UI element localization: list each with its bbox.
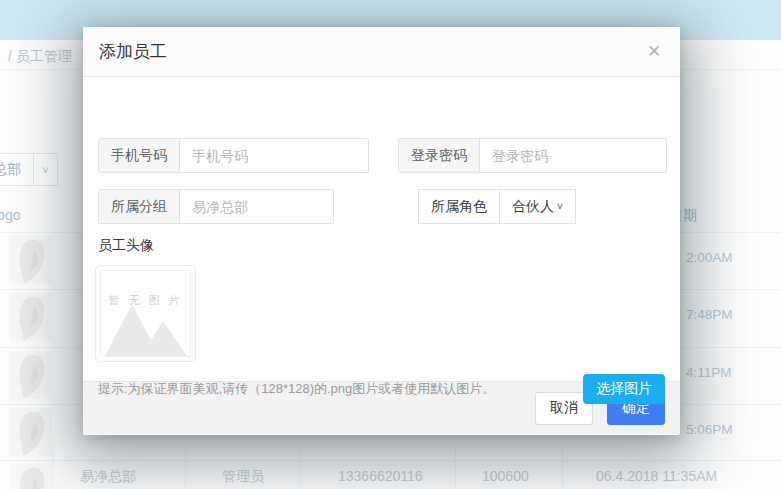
group-filter-select[interactable]: 易净总部 ˅ — [0, 153, 58, 186]
avatar-upload-preview[interactable]: 暂 无 图 片 — [95, 265, 196, 362]
mountains-icon — [101, 296, 190, 356]
employee-avatar — [10, 236, 52, 284]
upload-tip-text: 提示:为保证界面美观,请传（128*128)的.png图片或者使用默认图片。 — [98, 380, 583, 398]
dialog-body: 手机号码 登录密码 所属分组 所属角色 合伙人˅ 员工头像 暂 无 图 片 — [83, 77, 680, 381]
table-header-logo: logo — [0, 207, 20, 223]
column-divider — [562, 448, 563, 489]
employee-avatar — [10, 293, 52, 341]
employee-avatar — [10, 408, 52, 456]
breadcrumb: / 员工管理 — [8, 48, 72, 66]
role-select-value: 合伙人 — [512, 198, 554, 216]
employee-avatar — [10, 464, 52, 489]
avatar-section-label: 员工头像 — [98, 237, 154, 255]
dialog-title: 添加员工 — [99, 40, 167, 63]
column-divider — [300, 448, 301, 489]
table-cell-group: 易净总部 — [80, 468, 136, 486]
password-field-group: 登录密码 — [398, 138, 667, 173]
role-field-group: 所属角色 合伙人˅ — [418, 189, 576, 224]
group-filter-value: 易净总部 — [0, 161, 33, 179]
screen: / 员工管理 易净总部 ˅ logo 注册日期 2:00AM 7:48PM 4:… — [0, 0, 781, 489]
employee-avatar — [10, 351, 52, 399]
table-cell-role: 管理员 — [222, 468, 264, 486]
column-divider — [53, 435, 54, 489]
column-divider — [455, 448, 456, 489]
dialog-header: 添加员工 ✕ — [83, 27, 680, 77]
chevron-down-icon: ˅ — [33, 154, 57, 185]
password-input[interactable] — [480, 139, 666, 172]
no-image-placeholder: 暂 无 图 片 — [100, 270, 191, 357]
column-divider — [185, 448, 186, 489]
table-cell-register-time: 7:48PM — [686, 307, 733, 322]
add-employee-dialog: 添加员工 ✕ 手机号码 登录密码 所属分组 所属角色 合伙人˅ 员工头像 — [83, 27, 680, 435]
table-cell-register-time: 5:06PM — [686, 422, 733, 437]
close-icon[interactable]: ✕ — [642, 40, 666, 64]
role-field-label: 所属角色 — [418, 189, 500, 224]
password-field-label: 登录密码 — [399, 139, 480, 172]
table-cell-register-time: 2:00AM — [686, 250, 733, 265]
phone-field-label: 手机号码 — [99, 139, 180, 172]
row-divider — [0, 460, 781, 461]
phone-input[interactable] — [180, 139, 368, 172]
table-cell-register-time: 4:11PM — [686, 365, 732, 380]
table-cell-number: 100600 — [482, 468, 529, 484]
role-select[interactable]: 合伙人˅ — [500, 189, 576, 224]
table-cell-date: 06.4.2018 11:35AM — [596, 468, 717, 484]
tip-row: 提示:为保证界面美观,请传（128*128)的.png图片或者使用默认图片。 选… — [98, 373, 665, 405]
choose-image-button[interactable]: 选择图片 — [583, 374, 665, 404]
phone-field-group: 手机号码 — [98, 138, 369, 173]
group-field-group: 所属分组 — [98, 189, 334, 224]
chevron-down-icon: ˅ — [557, 201, 563, 212]
group-input[interactable] — [180, 190, 333, 223]
group-field-label: 所属分组 — [99, 190, 180, 223]
table-cell-phone: 13366620116 — [338, 468, 423, 484]
